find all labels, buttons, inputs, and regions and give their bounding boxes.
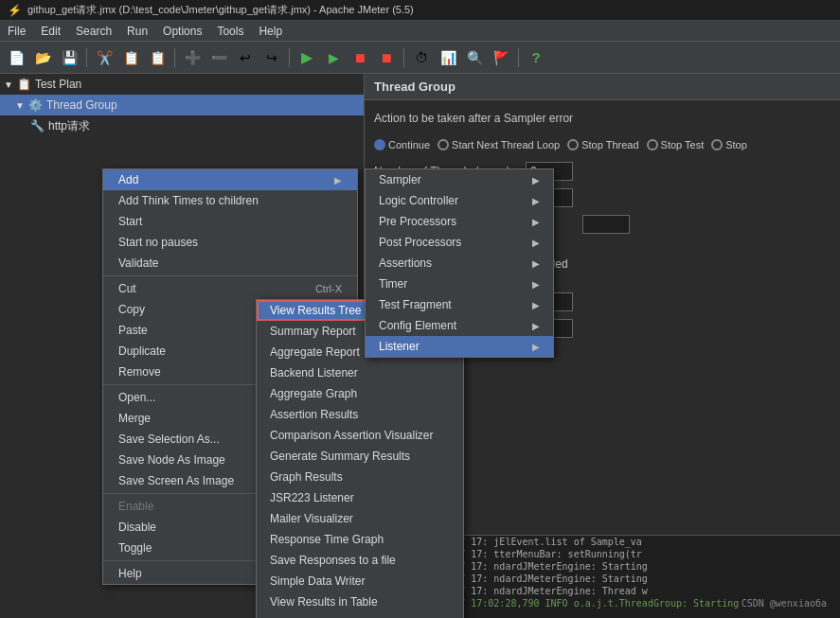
- listener-jsr223[interactable]: JSR223 Listener: [257, 487, 463, 508]
- add-config-element[interactable]: Config Element ▶: [366, 315, 553, 336]
- listener-simple-data-writer[interactable]: Simple Data Writer: [257, 571, 463, 592]
- add-test-fragment[interactable]: Test Fragment ▶: [366, 294, 553, 315]
- ctx-start-label: Start: [118, 215, 142, 228]
- listener-assertion-results[interactable]: Assertion Results: [257, 404, 463, 425]
- toolbar-sep4: [403, 48, 404, 67]
- menu-search[interactable]: Search: [68, 21, 119, 41]
- listener-jsr223-label: JSR223 Listener: [270, 491, 354, 504]
- listener-aggregate-graph-label: Aggregate Graph: [270, 387, 357, 400]
- action-error-label: Action to be taken after a Sampler error: [374, 112, 573, 125]
- add-assertions[interactable]: Assertions ▶: [366, 253, 553, 274]
- menu-tools[interactable]: Tools: [209, 21, 251, 41]
- ctx-remove-label: Remove: [118, 365, 161, 379]
- ctx-cut[interactable]: Cut Ctrl-X: [103, 278, 357, 299]
- radio-next-loop[interactable]: Start Next Thread Loop: [438, 139, 560, 150]
- add-timer[interactable]: Timer ▶: [366, 274, 553, 294]
- tree-item-threadgroup[interactable]: ▼ ⚙️ Thread Group: [0, 95, 364, 115]
- toolbar-remove[interactable]: ➖: [206, 45, 231, 70]
- radio-continue[interactable]: Continue: [374, 139, 430, 150]
- toolbar-copy[interactable]: 📋: [118, 45, 143, 70]
- listener-response-time[interactable]: Response Time Graph: [257, 529, 463, 550]
- listener-aggregate-graph[interactable]: Aggregate Graph: [257, 383, 463, 404]
- loop-count-input[interactable]: [582, 215, 630, 234]
- toolbar-undo[interactable]: ↩: [233, 45, 258, 70]
- log-watermark: CSDN @wenxiaoба: [742, 598, 827, 609]
- menu-help[interactable]: Help: [251, 21, 290, 41]
- listener-simple-data-writer-label: Simple Data Writer: [270, 574, 365, 588]
- add-pre-processors[interactable]: Pre Processors ▶: [366, 211, 553, 232]
- add-pre-processors-arrow: ▶: [532, 217, 540, 227]
- radio-stop-thread[interactable]: Stop Thread: [567, 139, 638, 150]
- listener-generate-summary[interactable]: Generate Summary Results: [257, 446, 463, 467]
- menu-file[interactable]: File: [0, 21, 33, 41]
- radio-stop-test-now-label: Stop: [725, 139, 747, 150]
- toolbar-start-nopause[interactable]: ▶: [321, 45, 346, 70]
- toolbar-new[interactable]: 📄: [4, 45, 28, 70]
- toolbar-shutdown[interactable]: ⏹: [374, 45, 399, 70]
- toolbar-flag[interactable]: 🚩: [489, 45, 513, 70]
- add-config-element-label: Config Element: [379, 319, 456, 332]
- toolbar-sep2: [174, 48, 175, 67]
- add-submenu: Sampler ▶ Logic Controller ▶ Pre Process…: [365, 168, 554, 358]
- ctx-copy-label: Copy: [118, 303, 145, 316]
- testplan-icon: 📋: [17, 78, 31, 91]
- ctx-cut-label: Cut: [118, 282, 136, 295]
- radio-stop-test[interactable]: Stop Test: [647, 139, 705, 150]
- toolbar-open[interactable]: 📂: [30, 45, 55, 70]
- toolbar-help[interactable]: ?: [524, 45, 548, 70]
- menu-bar: File Edit Search Run Options Tools Help: [0, 21, 840, 42]
- add-logic-controller-arrow: ▶: [532, 196, 540, 206]
- add-post-processors-label: Post Processors: [379, 236, 461, 249]
- listener-beanshell[interactable]: BeanShell Listener: [257, 612, 463, 618]
- radio-options-row: Continue Start Next Thread Loop Stop Thr…: [374, 134, 831, 155]
- ctx-add[interactable]: Add ▶: [103, 169, 357, 190]
- ctx-sep1: [103, 275, 357, 276]
- listener-aggregate-report-label: Aggregate Report: [270, 345, 360, 359]
- listener-graph-results-label: Graph Results: [270, 470, 343, 484]
- ctx-add-think-times[interactable]: Add Think Times to children: [103, 190, 357, 211]
- add-sampler[interactable]: Sampler ▶: [366, 169, 553, 190]
- listener-view-results-table[interactable]: View Results in Table: [257, 592, 463, 612]
- listener-mailer[interactable]: Mailer Visualizer: [257, 508, 463, 529]
- toolbar-start[interactable]: ▶: [295, 45, 319, 70]
- add-sampler-label: Sampler: [379, 173, 421, 186]
- listener-view-results-table-label: View Results in Table: [270, 595, 378, 609]
- add-post-processors[interactable]: Post Processors ▶: [366, 232, 553, 253]
- menu-run[interactable]: Run: [119, 21, 155, 41]
- toolbar-add[interactable]: ➕: [180, 45, 205, 70]
- title-text: githup_get请求.jmx (D:\test_code\Jmeter\gi…: [27, 3, 414, 17]
- ctx-start-no-pauses[interactable]: Start no pauses: [103, 232, 357, 253]
- listener-view-results-tree-label: View Results Tree: [270, 304, 362, 317]
- ctx-save-selection-as-label: Save Selection As...: [118, 433, 220, 446]
- add-assertions-arrow: ▶: [532, 258, 540, 269]
- menu-options[interactable]: Options: [155, 21, 209, 41]
- toolbar-stop[interactable]: ⏹: [348, 45, 372, 70]
- radio-stop-test-now-dot: [711, 139, 723, 150]
- toolbar-report[interactable]: 📊: [436, 45, 460, 70]
- add-listener[interactable]: Listener ▶: [366, 336, 553, 357]
- add-sampler-arrow: ▶: [532, 175, 540, 185]
- toolbar-search[interactable]: 🔍: [462, 45, 487, 70]
- ctx-save-node-image-label: Save Node As Image: [118, 453, 225, 467]
- listener-mailer-label: Mailer Visualizer: [270, 512, 353, 525]
- toolbar-timer[interactable]: ⏱: [409, 45, 434, 70]
- ctx-validate[interactable]: Validate: [103, 253, 357, 274]
- tree-item-testplan[interactable]: ▼ 📋 Test Plan: [0, 74, 364, 95]
- listener-save-responses[interactable]: Save Responses to a file: [257, 550, 463, 571]
- radio-stop-test-now[interactable]: Stop: [711, 139, 747, 150]
- toolbar-cut[interactable]: ✂️: [92, 45, 116, 70]
- listener-comparison-assertion[interactable]: Comparison Assertion Visualizer: [257, 425, 463, 446]
- title-bar: ⚡ githup_get请求.jmx (D:\test_code\Jmeter\…: [0, 0, 840, 21]
- ctx-start[interactable]: Start: [103, 211, 357, 232]
- listener-backend-listener[interactable]: Backend Listener: [257, 362, 463, 383]
- radio-stop-test-label: Stop Test: [661, 139, 705, 150]
- toolbar-save[interactable]: 💾: [57, 45, 81, 70]
- menu-edit[interactable]: Edit: [33, 21, 68, 41]
- listener-graph-results[interactable]: Graph Results: [257, 467, 463, 487]
- tree-item-http[interactable]: 🔧 http请求: [0, 115, 364, 136]
- add-logic-controller[interactable]: Logic Controller ▶: [366, 190, 553, 211]
- ctx-add-think-times-label: Add Think Times to children: [118, 194, 259, 207]
- radio-next-loop-dot: [438, 139, 449, 150]
- toolbar-redo[interactable]: ↪: [259, 45, 284, 70]
- toolbar-paste[interactable]: 📋: [145, 45, 170, 70]
